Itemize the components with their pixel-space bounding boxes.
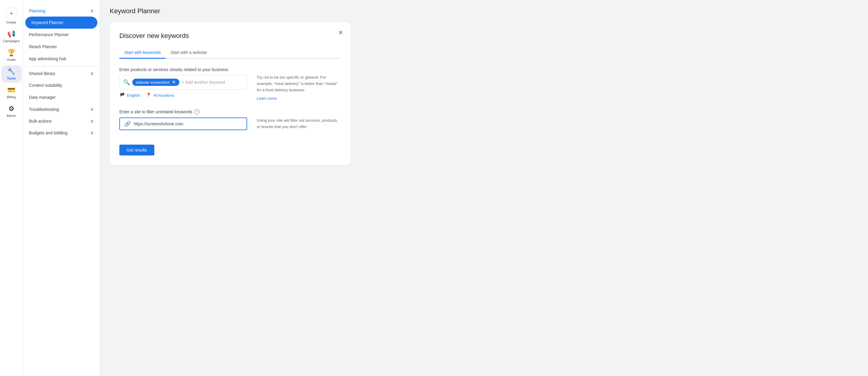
keywords-form-label: Enter products or services closely relat… [119, 67, 247, 72]
page-title: Keyword Planner [110, 7, 858, 15]
site-input[interactable] [134, 121, 242, 126]
shared-library-section[interactable]: Shared library ∨ [23, 67, 100, 79]
location-label: All locations [153, 93, 174, 98]
link-icon: 🔗 [124, 121, 131, 127]
admin-nav[interactable]: ⚙ Admin [1, 102, 22, 120]
keyword-input-wrapper[interactable]: 🔍 website screenshot ✕ [119, 75, 247, 90]
bulk-actions-label: Bulk actions [29, 119, 52, 124]
sidebar-item-app-advertising[interactable]: App advertising hub [23, 53, 97, 65]
meta-row: 🏴 English 📍 All locations [119, 93, 247, 98]
location-selector[interactable]: 📍 All locations [146, 93, 174, 98]
keywords-tip: Try not to be too specific or general. F… [257, 67, 341, 102]
sidebar-item-data-manager[interactable]: Data manager [23, 91, 97, 103]
help-icon[interactable]: ? [194, 109, 199, 115]
keywords-form-left: Enter products or services closely relat… [119, 67, 247, 102]
billing-label: Billing [7, 95, 16, 99]
planning-label: Planning [29, 8, 45, 13]
create-button[interactable]: ＋ Create [1, 5, 22, 27]
campaigns-label: Campaigns [3, 39, 20, 43]
sidebar: Planning ∧ Keyword Planner Performance P… [23, 0, 100, 376]
goals-label: Goals [7, 58, 16, 61]
location-icon: 📍 [146, 93, 152, 98]
budgets-bidding-label: Budgets and bidding [29, 130, 67, 135]
planning-chevron-icon: ∧ [90, 8, 94, 13]
get-results-button[interactable]: Get results [119, 145, 154, 155]
sidebar-divider [23, 66, 100, 66]
discover-keywords-card: Discover new keywords ✕ Start with keywo… [110, 22, 351, 165]
tools-nav[interactable]: 🔧 Tools [1, 65, 22, 83]
tip-text: Try not to be too specific or general. F… [257, 74, 341, 93]
search-icon: 🔍 [123, 79, 130, 86]
billing-icon: 💳 [7, 86, 16, 94]
sidebar-item-keyword-planner[interactable]: Keyword Planner [25, 17, 97, 29]
troubleshooting-chevron-icon: ∨ [90, 106, 94, 112]
icon-rail: ＋ Create 📢 Campaigns 🏆 Goals 🔧 Tools 💳 B… [0, 0, 23, 376]
site-filter-label: Enter a site to filter unrelated keyword… [119, 109, 247, 115]
keyword-input[interactable] [182, 80, 243, 85]
keyword-chip-close-icon[interactable]: ✕ [172, 80, 176, 85]
bulk-actions-chevron-icon: ∨ [90, 118, 94, 124]
troubleshooting-section[interactable]: Troubleshooting ∨ [23, 103, 100, 115]
close-button[interactable]: ✕ [335, 27, 346, 38]
card-title: Discover new keywords [119, 32, 341, 40]
goals-nav[interactable]: 🏆 Goals [1, 46, 22, 64]
tab-start-with-website[interactable]: Start with a website [165, 47, 212, 59]
campaigns-nav[interactable]: 📢 Campaigns [1, 28, 22, 45]
create-label: Create [6, 21, 16, 24]
create-icon: ＋ [5, 7, 18, 19]
bulk-actions-section[interactable]: Bulk actions ∨ [23, 115, 100, 127]
site-hint: Using your site will filter out services… [257, 109, 341, 130]
site-filter-form-row: Enter a site to filter unrelated keyword… [119, 109, 341, 130]
budgets-bidding-chevron-icon: ∨ [90, 130, 94, 135]
language-selector[interactable]: 🏴 English [119, 93, 140, 98]
language-label: English [127, 93, 140, 98]
troubleshooting-label: Troubleshooting [29, 107, 59, 112]
campaigns-icon: 📢 [7, 30, 16, 38]
sidebar-item-reach-planner[interactable]: Reach Planner [23, 41, 97, 53]
billing-nav[interactable]: 💳 Billing [1, 84, 22, 101]
keyword-chip: website screenshot ✕ [132, 79, 179, 86]
keywords-form-row: Enter products or services closely relat… [119, 67, 341, 102]
shared-library-label: Shared library [29, 71, 55, 76]
site-filter-left: Enter a site to filter unrelated keyword… [119, 109, 247, 130]
admin-label: Admin [7, 114, 16, 118]
sidebar-item-performance-planner[interactable]: Performance Planner [23, 29, 97, 41]
language-icon: 🏴 [119, 93, 125, 98]
goals-icon: 🏆 [7, 49, 16, 57]
site-input-wrapper[interactable]: 🔗 [119, 118, 247, 130]
budgets-bidding-section[interactable]: Budgets and bidding ∨ [23, 127, 100, 138]
main-content: Keyword Planner Discover new keywords ✕ … [100, 0, 868, 376]
planning-section[interactable]: Planning ∧ [23, 5, 100, 17]
admin-icon: ⚙ [8, 105, 14, 113]
tools-label: Tools [7, 76, 16, 80]
tools-icon: 🔧 [7, 67, 16, 75]
tabs: Start with keywords Start with a website [119, 47, 341, 59]
tab-start-with-keywords[interactable]: Start with keywords [119, 47, 165, 59]
sidebar-item-content-suitability[interactable]: Content suitability [23, 79, 97, 91]
shared-library-chevron-icon: ∨ [90, 70, 94, 76]
keyword-chip-text: website screenshot [136, 80, 169, 85]
learn-more-link[interactable]: Learn more [257, 95, 277, 102]
